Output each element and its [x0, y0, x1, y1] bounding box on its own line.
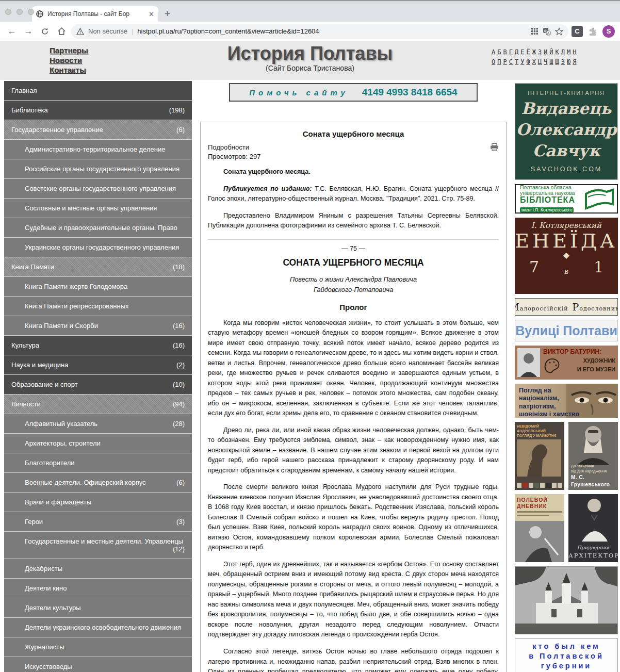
alphabet-letter-link[interactable]: Ё: [526, 47, 530, 57]
home-button[interactable]: [55, 25, 68, 38]
sidebar-menu-item[interactable]: Сословные и местные органы управления: [4, 199, 192, 218]
url-text[interactable]: histpol.pl.ua/ru/?option=com_content&vie…: [137, 27, 527, 35]
alphabet-letter-link[interactable]: Й: [549, 47, 553, 57]
alphabet-letter-link[interactable]: Е: [520, 47, 524, 57]
alphabet-letter-link[interactable]: Я: [573, 57, 576, 67]
sidebar-menu-item[interactable]: Культура (16): [4, 336, 192, 355]
alphabet-letter-link[interactable]: Г: [509, 47, 513, 57]
banner-kto-byl-kem[interactable]: кто был кемв Полтавскойгубернии: [515, 638, 618, 672]
sidebar-menu-item[interactable]: Библиотека (198): [4, 101, 192, 120]
alphabet-letter-link[interactable]: Д: [515, 47, 518, 57]
sidebar-menu-item[interactable]: Герои (3): [4, 512, 192, 532]
alphabet-letter-link[interactable]: Ш: [549, 57, 553, 67]
banner-hrushevsky[interactable]: До 150-річчя від дня народження М. С. Гр…: [568, 422, 618, 490]
forward-button[interactable]: →: [22, 25, 35, 38]
sidebar-menu-item[interactable]: Книга Памяти и Скорби (16): [4, 316, 192, 336]
alphabet-letter-link[interactable]: Ю: [567, 57, 570, 67]
alphabet-letter-link[interactable]: Ч: [544, 57, 547, 67]
sidebar-menu-item[interactable]: Книга Памяти (18): [4, 257, 192, 277]
sidebar-menu-item[interactable]: Административно-территориальное деление: [4, 140, 192, 159]
sidebar-menu-item[interactable]: Военные деятели. Офицерский корпус (6): [4, 473, 192, 493]
alphabet-letter-link[interactable]: Х: [532, 57, 536, 67]
alphabet-letter-link[interactable]: А: [492, 47, 495, 57]
sidebar-menu-item[interactable]: Личности (94): [4, 395, 192, 414]
banner-andrievsky-cover[interactable]: НЕВІДОМИЙ АНДРІЄВСЬКИЙ ПОГЛЯД У МАЙБУТНЄ: [515, 422, 564, 490]
new-tab-button[interactable]: +: [165, 8, 170, 20]
sidebar-menu-item[interactable]: Врачи и фармацевты: [4, 493, 192, 512]
alphabet-letter-link[interactable]: Б: [497, 47, 501, 57]
banner-field-diary[interactable]: ПОЛЕВОЙ ДНЕВНИК: [515, 494, 564, 562]
alphabet-letter-link[interactable]: Э: [561, 57, 565, 67]
window-minimize-button[interactable]: [17, 9, 23, 15]
alphabet-letter-link[interactable]: Н: [573, 47, 576, 57]
alphabet-letter-link[interactable]: К: [556, 47, 559, 57]
sidebar-menu-item[interactable]: Искусствоведы: [4, 657, 192, 672]
sidebar-menu-item[interactable]: Государственные и местные деятели. Управ…: [4, 532, 192, 559]
alphabet-letter-link[interactable]: Ж: [532, 47, 536, 57]
body-paragraph: Древо ли, река ли, или иной какая образ …: [208, 425, 499, 476]
back-button[interactable]: ←: [5, 25, 19, 38]
reload-button[interactable]: [38, 25, 52, 38]
sidebar-menu-item[interactable]: Книга Памяти репрессированных: [4, 297, 192, 316]
sidebar-menu-item[interactable]: Деятели культуры: [4, 598, 192, 618]
sidebar-menu-item[interactable]: Декабристы: [4, 559, 192, 579]
alphabet-letter-link[interactable]: З: [538, 47, 542, 57]
alphabet-letter-link[interactable]: В: [503, 47, 507, 57]
window-controls[interactable]: [5, 9, 34, 15]
alphabet-letter-link[interactable]: Ф: [526, 57, 530, 67]
alphabet-letter-link[interactable]: Т: [515, 57, 518, 67]
alphabet-letter-link[interactable]: С: [509, 57, 513, 67]
tab-close-icon[interactable]: ✕: [149, 10, 154, 18]
banner-pohliad[interactable]: Погляд нанаціоналізм,патріотизм,шовінізм…: [515, 384, 618, 418]
sidebar-menu-item[interactable]: Государственное управление (6): [4, 120, 192, 140]
sidebar-menu-item[interactable]: Журналисты: [4, 637, 192, 657]
alphabet-letter-link[interactable]: Р: [503, 57, 507, 67]
alphabet-letter-link[interactable]: И: [544, 47, 547, 57]
profile-avatar[interactable]: S: [602, 25, 615, 38]
sidebar-menu-item[interactable]: Советские органы государственного управл…: [4, 179, 192, 199]
banner-eneida[interactable]: І. Котляревський ЕНЕЇДА ◆ 7 в 1: [515, 218, 618, 294]
banner-vulytsi-poltavy[interactable]: Вулиці Полтави: [515, 320, 618, 341]
sidebar-menu-item[interactable]: Книга Памяти жертв Голодомора: [4, 277, 192, 297]
window-zoom-button[interactable]: [28, 9, 34, 15]
sidebar-menu-item[interactable]: Судебные и правоохранительные органы. Пр…: [4, 218, 192, 238]
alphabet-letter-link[interactable]: У: [520, 57, 524, 67]
banner-architect[interactable]: Придворний АРХІТЕКТОР: [568, 494, 618, 562]
sidebar-menu-item[interactable]: Деятели украинского освободительного дви…: [4, 618, 192, 637]
alphabet-letter-link[interactable]: Щ: [556, 57, 559, 67]
browser-tab[interactable]: История Полтавы - сайт Бор ✕: [32, 6, 158, 22]
bookmark-star-icon[interactable]: [555, 27, 563, 36]
sidebar-menu-item[interactable]: Наука и медицина (2): [4, 355, 192, 375]
article-title: Соната ущербного месяца: [208, 129, 499, 138]
vulytsi-text: Вулиці Полтави: [515, 323, 617, 338]
sidebar-menu-item[interactable]: Благотворители: [4, 453, 192, 473]
window-close-button[interactable]: [5, 9, 11, 15]
apps-grid-icon[interactable]: [531, 27, 539, 35]
sidebar-menu-item[interactable]: Украинские органы государственного управ…: [4, 238, 192, 257]
sidebar-menu-item[interactable]: Архитекторы, строители: [4, 434, 192, 453]
sidebar-menu-item[interactable]: Алфавитный указатель (28): [4, 414, 192, 434]
extension-c-badge[interactable]: C: [572, 26, 583, 37]
security-label[interactable]: Non sécurisé: [88, 27, 127, 35]
extensions-puzzle-icon[interactable]: [586, 25, 599, 38]
alphabet-letter-link[interactable]: П: [497, 57, 501, 67]
alphabet-letter-link[interactable]: Л: [561, 47, 565, 57]
sidebar-menu-item[interactable]: Российские органы государственного управ…: [4, 159, 192, 179]
sidebar-menu-item[interactable]: Главная: [4, 81, 192, 101]
alphabet-letter-link[interactable]: О: [492, 57, 495, 67]
sidebar-menu-item[interactable]: Образование и спорт (10): [4, 375, 192, 395]
donate-banner[interactable]: Помочь сайту 4149 4993 8418 6654: [229, 83, 478, 102]
sidebar-menu-item[interactable]: Деятели кино: [4, 579, 192, 598]
address-bar[interactable]: Non sécurisé | histpol.pl.ua/ru/?option=…: [71, 24, 568, 39]
alphabet-letter-link[interactable]: Ц: [538, 57, 542, 67]
alphabet-letter-link[interactable]: М: [567, 47, 570, 57]
banner-church-photo[interactable]: [515, 566, 618, 634]
banner-baturyn[interactable]: ВИКТОР БАТУРИН: ХУДОЖНИК И ЕГО МУЗЕИ: [515, 346, 618, 380]
banner-savchuk-bookstore[interactable]: ІНТЕРНЕТ-КНИГАРНЯ Видавець Олександр Сав…: [515, 83, 618, 180]
print-button[interactable]: [490, 143, 499, 151]
banner-rodoslovnik[interactable]: Малороссійскій Родословникъ: [515, 298, 618, 316]
translate-icon[interactable]: ф A: [543, 27, 551, 36]
window-titlebar: [0, 0, 620, 4]
banner-poltava-library[interactable]: Полтавська обласна універсальна наукова …: [515, 184, 618, 214]
sidebar-item-label: Алфавитный указатель: [25, 420, 97, 428]
